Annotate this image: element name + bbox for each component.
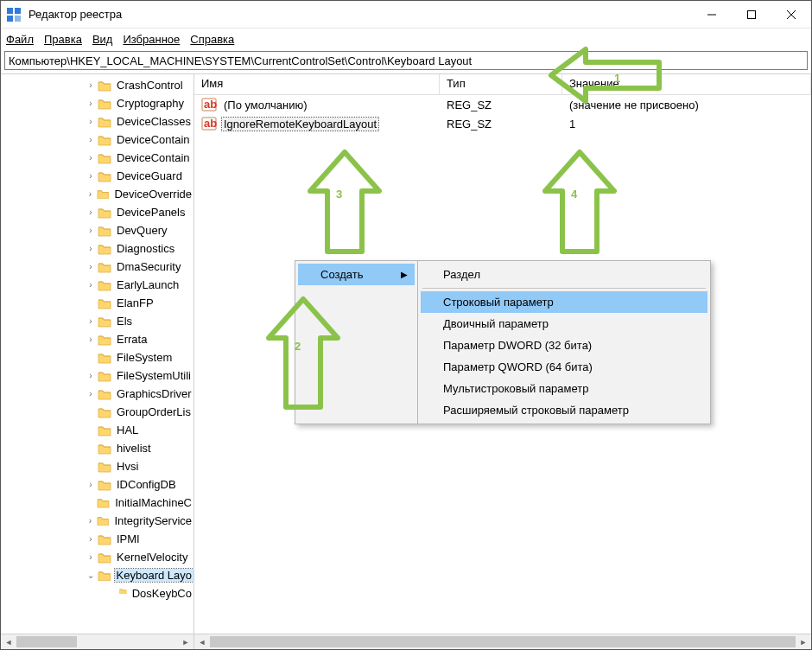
scroll-right-icon[interactable]: ► — [796, 634, 811, 649]
list-hscroll[interactable]: ◄ ► — [194, 634, 811, 649]
chevron-right-icon[interactable]: › — [86, 171, 96, 181]
tree-pane: ›CrashControl›Cryptography›DeviceClasses… — [1, 74, 194, 634]
folder-icon — [97, 515, 110, 527]
folder-icon — [98, 370, 111, 382]
scroll-left-icon[interactable]: ◄ — [194, 634, 210, 649]
ctx-item[interactable]: Параметр QWORD (64 бита) — [421, 356, 707, 378]
tree-item[interactable]: ›KernelVelocity — [1, 548, 193, 566]
tree-item[interactable]: ›IDConfigDB — [1, 475, 193, 494]
tree-item-label: IPMI — [115, 532, 142, 545]
column-type[interactable]: Тип — [440, 74, 562, 94]
tree-item[interactable]: ›EarlyLaunch — [1, 276, 193, 294]
tree-item[interactable]: ›IPMI — [1, 530, 193, 548]
chevron-right-icon[interactable]: › — [86, 135, 96, 144]
ctx-item-label: Расширяемый строковый параметр — [443, 404, 629, 417]
column-name[interactable]: Имя — [194, 74, 440, 94]
maximize-button[interactable] — [732, 1, 771, 29]
ctx-item[interactable]: Параметр DWORD (32 бита) — [421, 335, 707, 356]
folder-icon — [98, 352, 111, 364]
chevron-right-icon[interactable]: › — [86, 226, 96, 235]
chevron-right-icon[interactable]: › — [86, 99, 96, 108]
tree-item[interactable]: ›CrashControl — [1, 76, 193, 94]
chevron-right-icon[interactable]: › — [86, 280, 96, 290]
folder-icon — [98, 116, 111, 128]
menu-file[interactable]: Файл — [6, 33, 34, 46]
tree-item[interactable]: ›GroupOrderLis — [1, 403, 193, 421]
ctx-create[interactable]: Создать ▶ — [298, 264, 415, 285]
chevron-down-icon[interactable]: ⌄ — [86, 570, 96, 580]
tree-item[interactable]: ›Errata — [1, 330, 193, 348]
tree-item-label: Errata — [115, 333, 149, 346]
tree-item-label: Keyboard Layo — [115, 569, 193, 582]
tree-hscroll[interactable]: ◄ ► — [1, 634, 194, 649]
tree-item[interactable]: ›DmaSecurity — [1, 258, 193, 276]
menu-edit[interactable]: Правка — [44, 33, 82, 46]
tree-item[interactable]: ›Cryptography — [1, 94, 193, 112]
ctx-item[interactable]: Расширяемый строковый параметр — [421, 399, 707, 421]
tree-item[interactable]: ›ElanFP — [1, 294, 193, 312]
tree-item[interactable]: ›IntegrityService — [1, 512, 193, 530]
value-data: 1 — [562, 118, 811, 131]
tree-item[interactable]: ›DevicePanels — [1, 203, 193, 221]
chevron-right-icon[interactable]: › — [86, 207, 96, 217]
scroll-thumb[interactable] — [16, 636, 77, 647]
ctx-item[interactable]: Строковый параметр — [421, 291, 707, 313]
value-name: IgnoreRemoteKeyboardLayout — [222, 118, 378, 131]
tree-item[interactable]: ›GraphicsDriver — [1, 385, 193, 403]
tree-item[interactable]: ⌄Keyboard Layo — [1, 566, 193, 584]
tree-item-label: GraphicsDriver — [115, 387, 193, 400]
tree-item[interactable]: ›FileSystem — [1, 348, 193, 366]
tree-item[interactable]: ›hivelist — [1, 439, 193, 457]
tree-item[interactable]: ›DeviceGuard — [1, 167, 193, 185]
menu-favorites[interactable]: Избранное — [123, 33, 180, 46]
menu-view[interactable]: Вид — [92, 33, 113, 46]
scroll-right-icon[interactable]: ► — [178, 634, 193, 649]
folder-icon — [98, 461, 111, 473]
folder-icon — [97, 497, 110, 509]
chevron-right-icon[interactable]: › — [86, 389, 96, 398]
tree-item-label: Cryptography — [115, 97, 186, 110]
tree-item[interactable]: ›Hvsi — [1, 457, 193, 475]
tree-item[interactable]: ›FileSystemUtili — [1, 366, 193, 385]
menu-help[interactable]: Справка — [190, 33, 234, 46]
ctx-item[interactable]: Раздел — [421, 264, 707, 285]
ctx-item[interactable]: Двоичный параметр — [421, 313, 707, 335]
tree-item[interactable]: ›Diagnostics — [1, 239, 193, 258]
chevron-right-icon[interactable]: › — [86, 335, 96, 344]
svg-rect-0 — [7, 8, 13, 14]
list-row[interactable]: ab(По умолчанию)REG_SZ(значение не присв… — [194, 95, 811, 114]
bottom-scrollbars: ◄ ► ◄ ► — [1, 634, 811, 649]
chevron-right-icon[interactable]: › — [86, 189, 95, 199]
chevron-right-icon[interactable]: › — [86, 262, 96, 271]
scroll-left-icon[interactable]: ◄ — [1, 634, 16, 649]
tree-item[interactable]: ›DeviceContain — [1, 149, 193, 167]
minimize-button[interactable] — [692, 1, 732, 29]
address-bar[interactable]: Компьютер\HKEY_LOCAL_MACHINE\SYSTEM\Curr… — [4, 51, 808, 70]
tree-item[interactable]: ›HAL — [1, 421, 193, 439]
chevron-right-icon[interactable]: › — [86, 552, 96, 562]
list-row[interactable]: abIgnoreRemoteKeyboardLayoutREG_SZ1 — [194, 114, 811, 133]
folder-icon — [98, 261, 111, 273]
column-value[interactable]: Значение — [562, 74, 811, 94]
chevron-right-icon[interactable]: › — [86, 80, 96, 90]
chevron-right-icon[interactable]: › — [86, 371, 96, 380]
tree-item[interactable]: ›DeviceOverride — [1, 185, 193, 203]
close-button[interactable] — [771, 1, 811, 29]
chevron-right-icon[interactable]: › — [86, 516, 95, 526]
ctx-item[interactable]: Мультистроковый параметр — [421, 378, 707, 399]
chevron-right-icon[interactable]: › — [86, 153, 96, 162]
chevron-right-icon[interactable]: › — [86, 534, 96, 544]
tree-item[interactable]: ›DeviceContain — [1, 131, 193, 149]
tree-item[interactable]: ›DeviceClasses — [1, 112, 193, 131]
tree-item[interactable]: ›InitialMachineC — [1, 494, 193, 512]
registry-tree[interactable]: ›CrashControl›Cryptography›DeviceClasses… — [1, 74, 193, 634]
chevron-right-icon[interactable]: › — [86, 316, 96, 326]
chevron-right-icon[interactable]: › — [86, 117, 96, 126]
tree-item[interactable]: ›Els — [1, 312, 193, 330]
scroll-thumb[interactable] — [210, 636, 796, 647]
tree-item[interactable]: ›DosKeybCo — [1, 584, 193, 602]
chevron-right-icon[interactable]: › — [86, 244, 96, 253]
folder-icon — [98, 551, 111, 564]
chevron-right-icon[interactable]: › — [86, 480, 96, 489]
tree-item[interactable]: ›DevQuery — [1, 221, 193, 239]
